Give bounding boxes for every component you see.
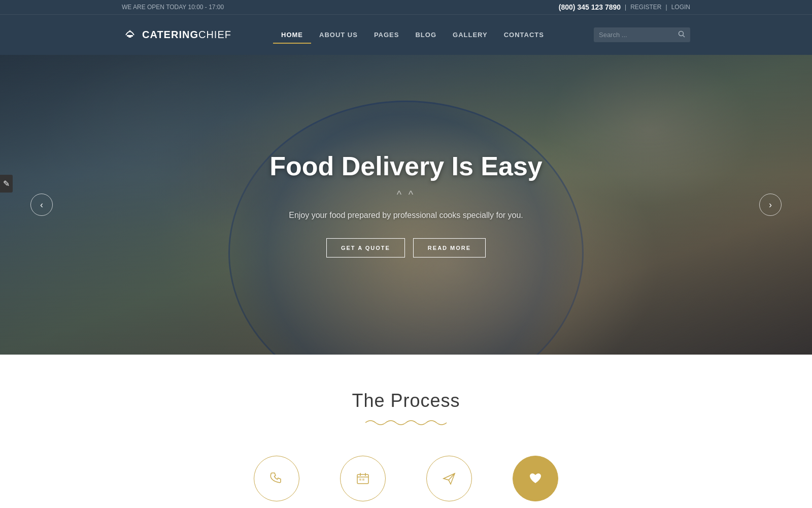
nav-item-gallery[interactable]: GALLERY — [445, 26, 496, 44]
get-quote-button[interactable]: GET A QUOTE — [326, 238, 405, 258]
process-title: The Process — [122, 390, 690, 411]
login-link[interactable]: LOGIN — [671, 4, 690, 11]
process-icon-phone — [254, 456, 299, 501]
nav-item-blog[interactable]: BLOG — [407, 26, 445, 44]
hero-subtitle: Enjoy your food prepared by professional… — [178, 211, 634, 220]
svg-line-4 — [683, 36, 685, 38]
search-input[interactable] — [599, 31, 675, 39]
calendar-icon-circle — [340, 456, 386, 501]
top-bar: WE ARE OPEN TODAY 10:00 - 17:00 (800) 34… — [0, 0, 812, 14]
edit-icon: ✎ — [3, 179, 10, 188]
send-icon-circle — [426, 456, 472, 501]
slider-next-button[interactable]: › — [759, 194, 782, 216]
svg-rect-0 — [127, 35, 133, 37]
top-bar-right: (800) 345 123 7890 | REGISTER | LOGIN — [559, 3, 690, 11]
svg-rect-10 — [362, 479, 364, 481]
nav-link-contacts[interactable]: CONTACTS — [496, 26, 552, 44]
slider-prev-button[interactable]: ‹ — [30, 194, 53, 216]
logo-icon — [122, 25, 138, 45]
arrow-left-icon: ‹ — [40, 200, 43, 210]
process-icons-row — [122, 456, 690, 501]
hero-buttons: GET A QUOTE READ MORE — [178, 238, 634, 258]
phone-number: (800) 345 123 7890 — [559, 3, 621, 11]
read-more-button[interactable]: READ MORE — [413, 238, 486, 258]
nav-item-pages[interactable]: PAGES — [366, 26, 408, 44]
svg-point-3 — [679, 31, 683, 36]
divider2: | — [666, 4, 667, 11]
logo-text: CATERINGCHIEF — [142, 29, 231, 41]
process-icon-send — [426, 456, 472, 501]
phone-icon-circle — [254, 456, 299, 501]
nav-menu: HOME ABOUT US PAGES BLOG GALLERY CONTACT… — [273, 26, 552, 44]
edit-tab[interactable]: ✎ — [0, 175, 13, 193]
process-section: The Process — [0, 355, 812, 508]
nav-item-contacts[interactable]: CONTACTS — [496, 26, 552, 44]
process-icon-heart — [513, 456, 558, 501]
hero-title: Food Delivery Is Easy — [178, 152, 634, 181]
hours-text: WE ARE OPEN TODAY 10:00 - 17:00 — [122, 4, 224, 11]
nav-link-pages[interactable]: PAGES — [366, 26, 408, 44]
nav-link-home[interactable]: HOME — [273, 26, 311, 44]
nav-item-about[interactable]: ABOUT US — [311, 26, 366, 44]
hero-divider: ^ ^ — [178, 189, 634, 201]
search-box — [594, 27, 690, 42]
nav-link-gallery[interactable]: GALLERY — [445, 26, 496, 44]
svg-rect-1 — [128, 37, 131, 38]
svg-rect-9 — [359, 479, 361, 481]
heart-icon-circle — [513, 456, 558, 501]
hero-section: ✎ ‹ Food Delivery Is Easy ^ ^ Enjoy your… — [0, 55, 812, 355]
arrow-right-icon: › — [769, 200, 772, 210]
divider: | — [625, 4, 626, 11]
nav-link-blog[interactable]: BLOG — [407, 26, 445, 44]
navbar: CATERINGCHIEF HOME ABOUT US PAGES BLOG G… — [0, 14, 812, 55]
svg-point-2 — [129, 30, 131, 32]
register-link[interactable]: REGISTER — [630, 4, 661, 11]
nav-item-home[interactable]: HOME — [273, 26, 311, 44]
logo[interactable]: CATERINGCHIEF — [122, 25, 231, 45]
process-divider — [122, 418, 690, 430]
search-button[interactable] — [678, 30, 685, 39]
nav-link-about[interactable]: ABOUT US — [311, 26, 366, 44]
hero-content: Food Delivery Is Easy ^ ^ Enjoy your foo… — [178, 152, 634, 258]
process-icon-calendar — [340, 456, 386, 501]
